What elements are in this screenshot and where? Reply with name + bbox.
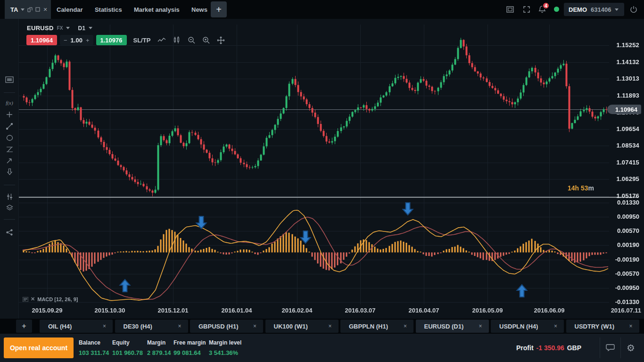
macd-axis-label: 0.00570 [602,227,639,234]
price-axis-label: 1.15252 [602,41,639,49]
add-tool-icon[interactable] [0,109,19,120]
ellipse-tool-icon[interactable] [0,132,19,143]
tab-close-icon[interactable]: × [328,323,331,329]
block-arrow-down-icon[interactable] [0,166,19,177]
stat-value: 101 960.78 [112,349,143,356]
chevron-down-icon[interactable] [66,27,70,29]
indicator-fx-icon[interactable]: f(x) [0,97,19,108]
macd-axis-label: 0.01330 [602,199,639,206]
trend-line-tool-icon[interactable] [0,121,19,132]
quick-trade-bar: 1.10964 − 1.00 + 1.10976 SL/TP [26,35,225,45]
instrument-tab-gbppln[interactable]: GBPPLN (H1)× [340,320,413,333]
tab-close-icon[interactable]: × [554,323,557,329]
chart-canvas[interactable] [19,19,644,319]
instrument-tab-de30[interactable]: DE30 (H4)× [115,320,188,333]
volume-increase-button[interactable]: + [86,37,90,44]
instrument-tab-usdpln[interactable]: USDPLN (H4)× [491,320,564,333]
share-icon[interactable] [0,227,19,238]
chat-support-icon[interactable] [605,342,616,354]
tab-close-icon[interactable]: × [479,323,482,329]
stat-balance: Balance103 311.74 [79,339,109,356]
macd-axis-label: 0.00190 [602,241,639,248]
timeframe-select[interactable]: D1 [78,25,85,32]
tab-calendar[interactable]: Calendar [57,6,83,13]
power-logout-icon[interactable] [629,5,638,14]
instrument-tab-oil[interactable]: OIL (H4)× [40,320,113,333]
workspace-tab[interactable]: TA ✕ [5,0,51,19]
instrument-tab-label: USDTRY (W1) [575,323,615,330]
tab-close-icon[interactable]: × [404,323,407,329]
chevron-down-icon[interactable] [89,27,92,29]
stat-equity: Equity101 960.78 [112,339,143,356]
tab-close-icon[interactable]: × [178,323,181,329]
profit-label: Profit [516,344,534,352]
fullscreen-icon[interactable] [522,5,531,14]
buy-button[interactable]: 1.10976 [96,35,127,45]
tab-close-icon[interactable]: × [629,323,632,329]
chevron-down-icon[interactable] [21,8,25,11]
divider [4,219,15,220]
price-axis-label: 1.13013 [602,75,639,82]
instrument-tab-eurusd[interactable]: EURUSD (D1)× [416,320,489,333]
instrument-tab-uk100[interactable]: UK100 (W1)× [265,320,339,333]
stat-free-margin: Free margin99 081.64 [173,339,206,356]
open-real-account-button[interactable]: Open real account [4,337,74,358]
zoom-in-icon[interactable] [202,36,210,44]
date-axis-label: 2015.12.01 [152,307,194,314]
move-crosshair-icon[interactable] [217,36,225,44]
arrow-line-tool-icon[interactable] [0,155,19,166]
macd-axis-label: -0.00950 [602,284,639,291]
fibonacci-tool-icon[interactable] [0,144,19,155]
indicator-settings-icon[interactable] [23,297,28,302]
profit-value: -1 350.96 [537,344,564,352]
tab-close-icon[interactable]: × [253,323,256,329]
screenshot-icon[interactable] [0,74,19,85]
add-instrument-tab-button[interactable]: + [16,320,32,333]
tab-market-analysis[interactable]: Market analysis [134,6,180,13]
instrument-tab-usdtry[interactable]: USDTRY (W1)× [566,320,639,333]
divider [4,92,15,93]
candle-countdown: 14h 53m [528,184,594,192]
date-axis-label: 2016.02.04 [276,307,318,314]
divider [600,337,600,358]
date-axis-label: 2016.03.07 [339,307,381,314]
account-selector[interactable]: DEMO 631406 [564,3,624,16]
sell-button[interactable]: 1.10964 [26,35,57,45]
trading-app-window: TA ✕ Calendar Statistics Market analysis… [0,0,644,362]
macd-axis-label: -0.00190 [602,256,639,263]
tab-close-icon[interactable]: × [103,323,106,329]
macd-axis-label: 0.00950 [602,213,639,220]
profit-currency: GBP [567,344,581,352]
instrument-tab-gbpusd[interactable]: GBPUSD (H1)× [190,320,263,333]
symbol-header: EURUSD FX D1 [27,25,92,32]
layout-icon[interactable] [505,5,515,14]
drawing-tools-rail: f(x) [0,19,19,319]
popout-icon[interactable] [27,7,33,12]
settings-gear-icon[interactable]: ⚙ [625,342,636,354]
date-axis-label: 2016.07.11 [599,307,641,314]
indicator-close-icon[interactable]: ✕ [31,296,35,302]
price-axis-label: 1.11893 [602,92,639,99]
volume-decrease-button[interactable]: − [64,37,67,44]
sltp-button[interactable]: SL/TP [133,37,151,44]
price-axis-label: 1.08534 [602,142,639,149]
close-icon[interactable]: ✕ [43,7,47,12]
zoom-out-icon[interactable] [188,36,195,44]
instrument-tab-label: DE30 (H4) [124,323,152,330]
indicators-icon[interactable] [0,191,19,202]
date-axis-label: 2015.10.30 [89,307,131,314]
maximize-icon[interactable] [35,7,40,12]
tab-news[interactable]: News [191,6,207,13]
top-nav: Calendar Statistics Market analysis News [57,0,207,19]
candlestick-chart-icon[interactable] [173,36,181,44]
tab-statistics[interactable]: Statistics [95,6,122,13]
profit-summary: Profit -1 350.96 GBP [516,334,581,362]
stat-label: Margin [147,339,171,346]
volume-value[interactable]: 1.00 [71,37,83,44]
layers-icon[interactable] [0,202,19,214]
line-chart-icon[interactable] [157,37,166,43]
macd-axis-label: -0.00570 [602,270,639,277]
add-workspace-button[interactable]: + [211,1,227,17]
stat-value: 103 311.74 [79,349,109,356]
status-bar: Open real account Balance103 311.74Equit… [0,334,644,362]
